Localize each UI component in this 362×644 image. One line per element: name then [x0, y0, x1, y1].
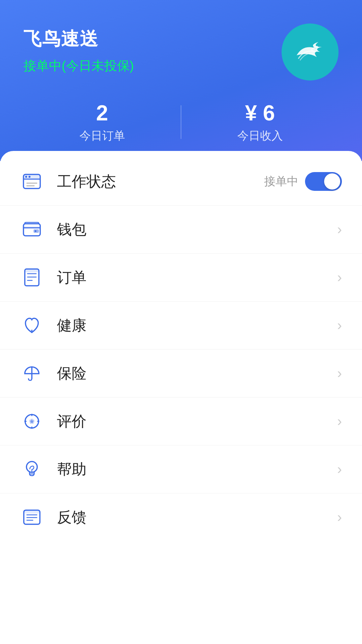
- brand-name: 飞鸟速送: [23, 27, 134, 51]
- feedback-icon: [20, 505, 44, 529]
- orders-icon: [20, 266, 44, 289]
- menu-item-health[interactable]: 健康 ›: [0, 302, 362, 350]
- health-chevron: ›: [337, 317, 342, 333]
- insurance-icon: [20, 362, 44, 385]
- work-status-toggle[interactable]: [305, 172, 342, 191]
- logo-circle: [282, 23, 339, 80]
- income-value: ¥ 6: [245, 101, 275, 125]
- orders-chevron: ›: [337, 269, 342, 285]
- review-chevron: ›: [337, 413, 342, 429]
- toggle-knob: [324, 173, 340, 190]
- acceptance-status: 接单中(今日未投保): [23, 57, 134, 74]
- svg-point-5: [28, 176, 31, 178]
- toggle-status-text: 接单中: [264, 174, 298, 189]
- menu-item-orders[interactable]: 订单 ›: [0, 254, 362, 302]
- review-icon: [20, 410, 44, 433]
- menu-item-wallet[interactable]: 钱包 ›: [0, 206, 362, 254]
- help-icon: [20, 458, 44, 481]
- stats-row: 2 今日订单 ¥ 6 今日收入: [23, 101, 339, 144]
- health-icon: [20, 314, 44, 337]
- feedback-label: 反馈: [57, 507, 337, 527]
- wallet-label: 钱包: [57, 220, 337, 239]
- brand-info: 飞鸟速送 接单中(今日未投保): [23, 27, 134, 74]
- svg-rect-17: [25, 269, 39, 272]
- income-label: 今日收入: [237, 128, 283, 144]
- orders-value: 2: [96, 101, 108, 125]
- orders-menu-label: 订单: [57, 268, 337, 287]
- menu-item-review[interactable]: 评价 ›: [0, 397, 362, 445]
- work-status-icon: [20, 170, 44, 193]
- header-top: 飞鸟速送 接单中(今日未投保): [23, 27, 339, 80]
- work-status-right: 接单中: [264, 172, 342, 191]
- menu-item-work-status[interactable]: 工作状态 接单中: [0, 158, 362, 206]
- stat-orders: 2 今日订单: [23, 101, 181, 144]
- insurance-chevron: ›: [337, 365, 342, 381]
- menu-item-feedback[interactable]: 反馈 ›: [0, 493, 362, 541]
- help-chevron: ›: [337, 461, 342, 477]
- work-status-label: 工作状态: [57, 172, 264, 192]
- svg-point-4: [25, 176, 27, 178]
- svg-rect-31: [24, 510, 40, 514]
- card-area: 工作状态 接单中 钱包 ›: [0, 151, 362, 644]
- menu-item-help[interactable]: 帮助 ›: [0, 445, 362, 493]
- svg-point-26: [31, 471, 33, 473]
- header: 飞鸟速送 接单中(今日未投保) 2 今日订单 ¥ 6: [0, 0, 362, 161]
- wallet-chevron: ›: [337, 221, 342, 237]
- help-label: 帮助: [57, 460, 337, 479]
- orders-label: 今日订单: [79, 128, 125, 144]
- insurance-label: 保险: [57, 364, 337, 383]
- feedback-chevron: ›: [337, 509, 342, 525]
- menu-item-insurance[interactable]: 保险 ›: [0, 350, 362, 397]
- logo-icon: [288, 30, 332, 74]
- review-label: 评价: [57, 412, 337, 431]
- health-label: 健康: [57, 316, 337, 335]
- wallet-icon: [20, 218, 44, 241]
- svg-point-12: [35, 230, 37, 232]
- stat-income: ¥ 6 今日收入: [181, 101, 339, 144]
